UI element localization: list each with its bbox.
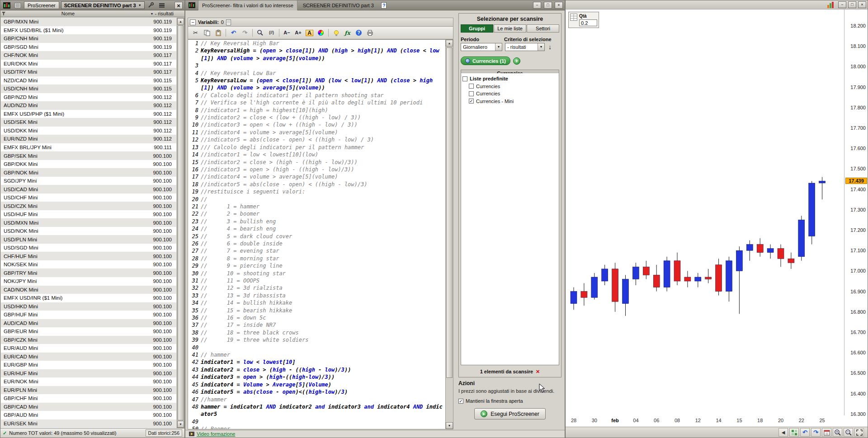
screener-tab[interactable]: SCREENER DEFINITIVO part 3 ▼ [61,1,145,9]
code-line[interactable]: 28// 8 = morning star [188,255,446,262]
variables-edit-icon[interactable] [226,19,231,25]
expand-icon[interactable] [854,428,864,437]
code-line[interactable]: 11//indicator4 = volume > average[5](vol… [188,129,446,136]
result-row[interactable]: NOK/SEK Mini900.100 [1,260,176,269]
result-row[interactable]: GBP/NOK Mini900.100 [1,168,176,177]
result-row[interactable]: GBP/CNH Mini900.119 [1,34,176,43]
result-row[interactable]: USD/SGD Mini900.100 [1,244,176,252]
zoom-out-icon[interactable] [844,428,853,437]
code-area[interactable]: 1// Key Reversal High Bar2KeyReversalHig… [188,40,446,429]
code-line[interactable]: 40 [188,344,446,351]
code-line[interactable]: 25// 5 = dark cloud cover [188,233,446,240]
result-row[interactable]: CHF/HUF Mini900.100 [1,252,176,260]
result-row[interactable]: USD/TRY Mini900.117 [1,68,176,76]
scan-tab-le-mie-liste[interactable]: Le mie liste [494,24,526,33]
print-icon[interactable] [365,28,375,38]
results-list[interactable]: GBP/MXN Mini900.119EMFX USD/BRL ($1 Mini… [1,18,176,428]
tree-item[interactable]: Liste predefinite [462,75,557,83]
tab-screener-definitivo[interactable]: SCREENER DEFINITIVO part 3 [299,0,377,10]
price-axis[interactable]: 17.439 18.20018.10018.00017.90017.80017.… [844,9,868,415]
maximize-button[interactable]: □ [544,2,552,9]
result-row[interactable]: USD/HUF Mini900.100 [1,210,176,219]
result-row[interactable]: EMFX USD/INR ($1 Mini)900.100 [1,294,176,302]
code-line[interactable]: 22// 2 = boomer [188,210,446,217]
code-line[interactable]: 32// 12 = 3d rialzista [188,284,446,292]
run-proscreener-button[interactable]: ▶ Esegui ProScreener [474,408,545,419]
scan-tab-settori[interactable]: Settori [527,24,559,33]
scroll-up-icon[interactable]: ▲ [446,40,453,47]
font-decrease-icon[interactable]: A− [282,28,292,38]
results-scrollbar[interactable]: ▲ ▼ [177,18,184,428]
font-increase-icon[interactable]: A+ [293,28,303,38]
down-arrow-icon[interactable]: ↓ [548,43,552,51]
paste-icon[interactable] [213,28,223,38]
result-row[interactable]: EUR/DKK Mini900.117 [1,60,176,68]
undo-icon[interactable]: ↶ [228,28,239,38]
period-select[interactable]: Giornaliero ▼ [461,43,502,51]
code-line[interactable]: 14//indicator1 = low < lowest[10](low) [188,151,446,158]
result-row[interactable]: GBP/NZD Mini900.112 [1,93,176,102]
result-row[interactable]: GBP/SEK Mini900.100 [1,151,176,160]
code-line[interactable]: 24// 4 = bearish eng [188,225,446,232]
scrollbar-thumb[interactable] [446,47,453,378]
chart-app-icon[interactable] [2,1,11,9]
code-line[interactable]: 38// 18 = three black crows [188,329,446,336]
search-icon[interactable] [255,28,265,38]
code-line[interactable]: 26// 6 = double inside [188,240,446,247]
result-row[interactable]: NZD/CAD Mini900.115 [1,76,176,85]
result-row[interactable]: GBP/CZK Mini900.100 [1,336,176,344]
code-line[interactable]: 7// Verifica se l'high corrente è il più… [188,99,446,106]
checkbox[interactable]: ✓ [469,99,474,104]
code-line[interactable]: 46indicator5 = abs(close - open)<((high-… [188,388,446,396]
code-line[interactable]: 34// 14 = bullish hikkake [188,299,446,306]
code-line[interactable]: 13/// Calcolo degli indicatori per il pa… [188,144,446,151]
code-line[interactable]: 19//restituisce i seguenti valori: [188,188,446,195]
code-line[interactable]: 16//indicator3 = open > (high - ((high -… [188,166,446,173]
result-row[interactable]: USD/HKD Mini900.100 [1,302,176,311]
code-line[interactable]: 37// 17 = inside NR7 [188,321,446,329]
keep-open-checkbox[interactable]: ✓ [458,399,463,404]
code-line[interactable]: 10//indicator3 = open < (low + ((high - … [188,121,446,128]
result-row[interactable]: USD/MXN Mini900.100 [1,218,176,227]
result-row[interactable]: EUR/AUD Mini900.100 [1,344,176,353]
color-wheel-icon[interactable] [316,28,326,38]
code-scrollbar[interactable]: ▲ ▼ [445,40,453,429]
close-button[interactable]: × [555,2,563,9]
result-row[interactable]: USD/DKK Mini900.112 [1,127,176,135]
maximize-button[interactable]: □ [848,1,856,8]
result-row[interactable]: AUD/CAD Mini900.100 [1,319,176,328]
code-line[interactable]: 23// 3 = bullish eng [188,218,446,225]
calendar-icon[interactable] [822,428,831,437]
redo-icon[interactable]: ↷ [240,28,250,38]
close-button[interactable]: × [858,1,866,8]
prev-page-icon[interactable]: ◀ [778,428,788,437]
copy-icon[interactable] [202,28,212,38]
code-line[interactable]: 21// 1 = hammer [188,203,446,210]
code-line[interactable]: 12//indicator5 = abs(close - open) < ((h… [188,136,446,143]
code-line[interactable]: 27// 7 = evening star [188,247,446,254]
code-line[interactable]: 39// 19 = three white soldiers [188,336,446,344]
result-row[interactable]: GBP/CHF Mini900.100 [1,394,176,403]
result-row[interactable]: SGD/JPY Mini900.100 [1,177,176,185]
result-row[interactable]: EUR/SEK Mini900.100 [1,419,176,428]
tree-item[interactable]: Currencies [462,83,557,90]
code-line[interactable]: 44indicator3 = open > (high-((high-low)/… [188,373,446,381]
undo-icon[interactable]: ↶ [800,428,810,437]
result-row[interactable]: EMFX USD/PHP ($1 Mini)900.112 [1,110,176,118]
code-line[interactable]: 49 [188,418,446,425]
results-column-sort[interactable]: ▼ - risultati [130,11,184,16]
result-row[interactable]: EUR/HUF Mini900.100 [1,369,176,378]
code-line[interactable]: 47//hammer [188,396,446,403]
qty-input[interactable] [579,19,597,26]
result-row[interactable]: USD/NOK Mini900.100 [1,227,176,235]
result-row[interactable]: AUD/NZD Mini900.112 [1,101,176,110]
zoom-in-icon[interactable] [833,428,842,437]
result-row[interactable]: CAD/NOK Mini900.100 [1,286,176,294]
price-chart[interactable] [566,9,844,415]
result-row[interactable]: GBP/DKK Mini900.100 [1,160,176,169]
help-doc-icon[interactable]: ? [379,1,388,9]
suggestion-icon[interactable] [331,28,341,38]
minimize-button[interactable]: − [838,1,846,8]
currencies-group-chip[interactable]: Currencies (1) [461,57,510,65]
result-row[interactable]: GBP/EUR Mini900.100 [1,327,176,336]
